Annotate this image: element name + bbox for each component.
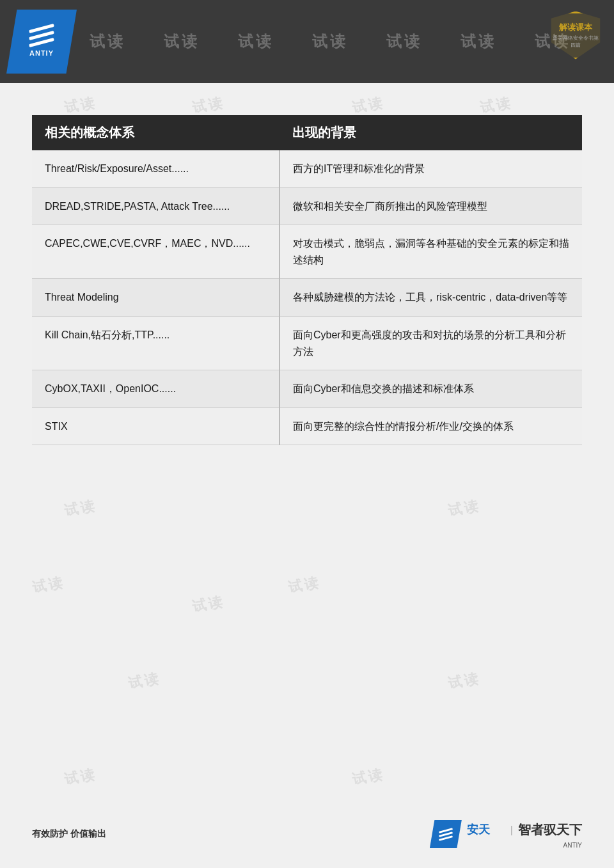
table-row: Threat Modeling 各种威胁建模的方法论，工具，risk-centr… xyxy=(32,279,582,317)
row1-left: Threat/Risk/Exposure/Asset...... xyxy=(32,150,279,187)
footer-brand: 安天 | 智者驭天下 ANTIY xyxy=(430,819,582,849)
antiy-logo-right: 安天 | 智者驭天下 ANTIY xyxy=(467,819,582,849)
shield-outer: 解读课本 重关网络安全令书第四篇 xyxy=(549,12,603,59)
row4-left: Threat Modeling xyxy=(32,279,279,317)
table-row: STIX 面向更完整的综合性的情报分析/作业/交换的体系 xyxy=(32,407,582,445)
antiy-brand-main: 安天 | 智者驭天下 xyxy=(467,819,582,840)
footer: 有效防护 价值输出 安天 | 智者驭天下 ANTIY xyxy=(0,819,614,849)
body-wm-extra-6: 试读 xyxy=(350,765,386,790)
row4-right: 各种威胁建模的方法论，工具，risk-centric，data-driven等等 xyxy=(279,279,582,317)
body-wm-extra-2: 试读 xyxy=(287,573,322,598)
body-wm-10: 试读 xyxy=(446,496,482,521)
wm-2: 试读 xyxy=(164,31,200,52)
body-wm-11: 试读 xyxy=(191,592,226,617)
wm-3: 试读 xyxy=(238,31,274,52)
row7-left: STIX xyxy=(32,407,279,445)
wm-4: 试读 xyxy=(312,31,348,52)
table-body: Threat/Risk/Exposure/Asset...... 西方的IT管理… xyxy=(32,150,582,445)
col1-header-text: 相关的概念体系 xyxy=(45,125,134,139)
table-row: DREAD,STRIDE,PASTA, Attack Tree...... 微软… xyxy=(32,187,582,225)
shield-icon: 解读课本 重关网络安全令书第四篇 xyxy=(547,10,604,61)
body-wm-1: 试读 xyxy=(63,93,98,118)
table-row: Threat/Risk/Exposure/Asset...... 西方的IT管理… xyxy=(32,150,582,187)
footer-logo-icon xyxy=(430,820,462,848)
body-wm-3: 试读 xyxy=(350,93,386,118)
row2-left: DREAD,STRIDE,PASTA, Attack Tree...... xyxy=(32,187,279,225)
row2-right: 微软和相关安全厂商所推出的风险管理模型 xyxy=(279,187,582,225)
main-content: 试读 试读 试读 试读 试读 试读 试读 试读 试读 试读 试读 相关的概念体系… xyxy=(0,83,614,464)
body-wm-2: 试读 xyxy=(191,93,226,118)
row6-right: 面向Cyber和信息交换的描述和标准体系 xyxy=(279,370,582,408)
table-row: Kill Chain,钻石分析,TTP...... 面向Cyber和更高强度的攻… xyxy=(32,316,582,370)
col2-header: 出现的背景 xyxy=(279,115,582,150)
wm-5: 试读 xyxy=(386,31,422,52)
body-wm-extra-3: 试读 xyxy=(127,669,162,694)
row1-right: 西方的IT管理和标准化的背景 xyxy=(279,150,582,187)
antiy-logo-svg: 安天 xyxy=(467,819,505,837)
header-row: 相关的概念体系 出现的背景 xyxy=(32,115,582,150)
body-wm-extra-5: 试读 xyxy=(63,765,98,790)
row3-right: 对攻击模式，脆弱点，漏洞等各种基础的安全元素的标定和描述结构 xyxy=(279,225,582,279)
body-wm-9: 试读 xyxy=(63,496,98,521)
concept-table: 相关的概念体系 出现的背景 Threat/Risk/Exposure/Asset… xyxy=(32,115,582,445)
body-wm-4: 试读 xyxy=(478,93,514,118)
col2-header-text: 出现的背景 xyxy=(292,125,356,139)
footer-tagline: 有效防护 价值输出 xyxy=(32,828,106,840)
svg-text:安天: 安天 xyxy=(467,823,491,836)
logo: ANTIY xyxy=(6,10,77,74)
row5-left: Kill Chain,钻石分析,TTP...... xyxy=(32,316,279,370)
logo-lines xyxy=(29,27,54,44)
separator: | xyxy=(510,825,513,836)
col1-header: 相关的概念体系 xyxy=(32,115,279,150)
header-watermarks: 试读 试读 试读 试读 试读 试读 试读 xyxy=(70,0,614,83)
wm-1: 试读 xyxy=(90,31,125,52)
row6-left: CybOX,TAXII，OpenIOC...... xyxy=(32,370,279,408)
table-header: 相关的概念体系 出现的背景 xyxy=(32,115,582,150)
wm-6: 试读 xyxy=(460,31,496,52)
footer-logo-lines xyxy=(439,830,453,839)
logo-text: ANTIY xyxy=(29,49,54,57)
top-right-logo: 解读课本 重关网络安全令书第四篇 xyxy=(547,10,604,61)
row7-right: 面向更完整的综合性的情报分析/作业/交换的体系 xyxy=(279,407,582,445)
body-wm-extra-4: 试读 xyxy=(446,669,482,694)
header: ANTIY 试读 试读 试读 试读 试读 试读 试读 解读课本 重关网络安全令书… xyxy=(0,0,614,83)
shield-main-text: 解读课本 xyxy=(559,22,592,33)
table-row: CybOX,TAXII，OpenIOC...... 面向Cyber和信息交换的描… xyxy=(32,370,582,408)
antiy-name: 安天 xyxy=(467,819,505,840)
row5-right: 面向Cyber和更高强度的攻击和对抗的场景的分析工具和分析方法 xyxy=(279,316,582,370)
table-row: CAPEC,CWE,CVE,CVRF，MAEC，NVD...... 对攻击模式，… xyxy=(32,225,582,279)
shield-sub-text: 重关网络安全令书第四篇 xyxy=(551,35,601,49)
antiy-footer-sub: ANTIY xyxy=(563,842,582,849)
body-wm-extra-1: 试读 xyxy=(31,573,67,598)
row3-left: CAPEC,CWE,CVE,CVRF，MAEC，NVD...... xyxy=(32,225,279,279)
antiy-slogan: 智者驭天下 xyxy=(518,821,582,839)
